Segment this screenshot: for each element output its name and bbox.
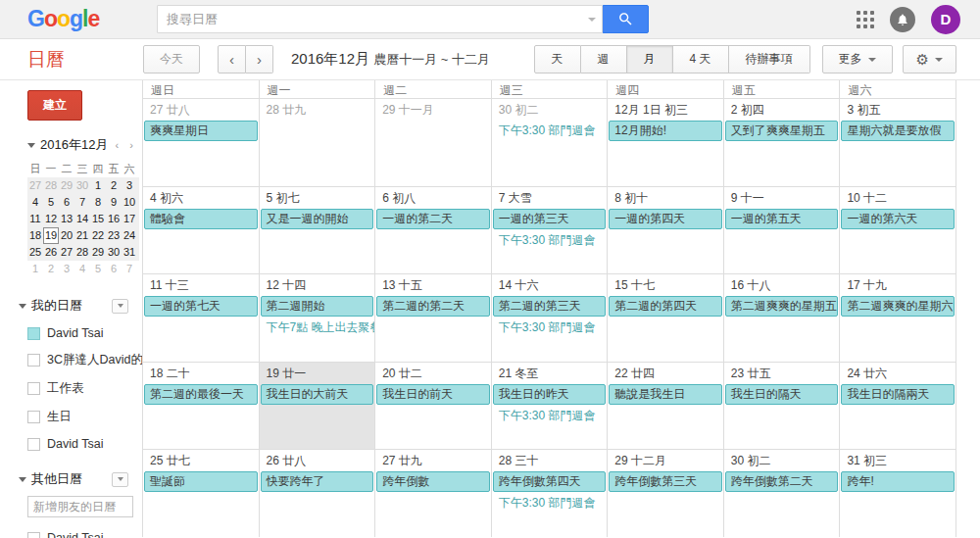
- all-day-event[interactable]: 我生日的隔天: [725, 384, 839, 405]
- mini-calendar-day[interactable]: 21: [74, 227, 90, 244]
- calendar-list-item[interactable]: David Tsai: [27, 326, 142, 340]
- day-cell[interactable]: 20 廿二我生日的前天: [375, 362, 492, 450]
- mini-calendar-day[interactable]: 3: [122, 177, 137, 194]
- mini-calendar-day[interactable]: 20: [59, 227, 74, 244]
- calendar-list-item[interactable]: David Tsai: [27, 531, 142, 538]
- day-cell[interactable]: 23 廿五我生日的隔天: [724, 362, 841, 450]
- day-cell[interactable]: 10 十二一週的第六天: [840, 186, 956, 274]
- create-event-button[interactable]: 建立: [27, 90, 82, 121]
- mini-calendar-day[interactable]: 24: [122, 227, 137, 244]
- notifications-button[interactable]: [890, 7, 915, 32]
- mini-calendar-day[interactable]: 4: [74, 261, 90, 277]
- day-cell[interactable]: 27 廿八爽爽星期日: [143, 98, 260, 186]
- all-day-event[interactable]: 12月開始!: [609, 121, 722, 141]
- settings-button[interactable]: ⚙: [903, 45, 956, 73]
- all-day-event[interactable]: 第二週的第三天: [493, 296, 607, 317]
- mini-calendar-day[interactable]: 30: [74, 177, 90, 194]
- all-day-event[interactable]: 第二週開始: [261, 296, 374, 317]
- day-cell[interactable]: 18 二十第二週的最後一天: [143, 362, 260, 450]
- all-day-event[interactable]: 我生日的隔兩天: [841, 384, 955, 405]
- mini-calendar-day[interactable]: 14: [74, 211, 90, 227]
- mini-calendar-day[interactable]: 28: [74, 244, 90, 261]
- all-day-event[interactable]: 第二週的第四天: [609, 296, 722, 317]
- day-cell[interactable]: 29 十一月: [375, 98, 492, 186]
- all-day-event[interactable]: 星期六就是要放假: [841, 121, 955, 141]
- day-cell[interactable]: 28 三十跨年倒數第四天下午3:30 部門週會: [492, 449, 609, 537]
- day-cell[interactable]: 3 初五星期六就是要放假: [840, 98, 956, 186]
- today-button[interactable]: 今天: [143, 45, 200, 73]
- mini-calendar-day[interactable]: 6: [59, 194, 74, 211]
- all-day-event[interactable]: 體驗會: [144, 209, 258, 229]
- all-day-event[interactable]: 第二週的第二天: [376, 296, 490, 317]
- day-cell[interactable]: 25 廿七聖誕節: [143, 449, 260, 537]
- mini-calendar-day[interactable]: 30: [106, 244, 122, 261]
- other-calendars-menu-button[interactable]: [112, 472, 128, 487]
- mini-calendar-day[interactable]: 2: [106, 177, 122, 194]
- view-button-4 天[interactable]: 4 天: [673, 45, 729, 73]
- all-day-event[interactable]: 一週的第四天: [609, 209, 722, 229]
- day-cell[interactable]: 8 初十一週的第四天: [608, 186, 724, 274]
- avatar[interactable]: D: [931, 5, 960, 34]
- day-cell[interactable]: 2 初四又到了爽爽星期五: [724, 98, 841, 186]
- view-button-週[interactable]: 週: [581, 45, 627, 73]
- next-month-button[interactable]: ›: [246, 45, 273, 73]
- mini-calendar-day[interactable]: 6: [106, 261, 122, 277]
- mini-calendar-day[interactable]: 1: [27, 261, 43, 277]
- all-day-event[interactable]: 快要跨年了: [261, 471, 374, 492]
- mini-calendar-day[interactable]: 26: [43, 244, 59, 261]
- mini-calendar-day-today[interactable]: 19: [43, 227, 59, 244]
- day-cell[interactable]: 5 初七又是一週的開始: [260, 186, 376, 274]
- all-day-event[interactable]: 聽說是我生日: [609, 384, 722, 405]
- all-day-event[interactable]: 又是一週的開始: [261, 209, 374, 229]
- calendar-color-checkbox[interactable]: [27, 438, 40, 451]
- all-day-event[interactable]: 第二週爽爽的星期五: [725, 296, 839, 317]
- mini-calendar-day[interactable]: 27: [27, 177, 43, 194]
- day-cell[interactable]: 26 廿八快要跨年了: [260, 449, 376, 537]
- mini-calendar-day[interactable]: 29: [90, 244, 106, 261]
- day-cell[interactable]: 30 初二跨年倒數第二天: [724, 449, 841, 537]
- all-day-event[interactable]: 跨年!: [841, 471, 955, 492]
- calendar-list-item[interactable]: 3C胖達人David的日曆: [27, 352, 142, 368]
- search-input[interactable]: [157, 5, 603, 33]
- timed-event[interactable]: 下午3:30 部門週會: [492, 406, 608, 425]
- other-calendars-collapse-icon[interactable]: [19, 477, 26, 482]
- all-day-event[interactable]: 一週的第七天: [144, 296, 258, 317]
- mini-calendar-collapse-icon[interactable]: [27, 143, 35, 148]
- mini-calendar-day[interactable]: 31: [122, 244, 137, 261]
- all-day-event[interactable]: 我生日的昨天: [493, 384, 607, 405]
- mini-calendar-day[interactable]: 5: [90, 261, 106, 277]
- day-cell[interactable]: 22 廿四聽說是我生日: [608, 362, 724, 450]
- calendar-color-checkbox[interactable]: [27, 327, 40, 340]
- mini-calendar-day[interactable]: 17: [122, 211, 137, 227]
- mini-calendar-day[interactable]: 25: [27, 244, 43, 261]
- all-day-event[interactable]: 一週的第六天: [841, 209, 955, 229]
- all-day-event[interactable]: 我生日的前天: [376, 384, 490, 405]
- all-day-event[interactable]: 第二週爽爽的星期六: [841, 296, 955, 317]
- day-cell[interactable]: 6 初八一週的第二天: [375, 186, 492, 274]
- timed-event[interactable]: 下午3:30 部門週會: [492, 230, 608, 250]
- all-day-event[interactable]: 跨年倒數第四天: [493, 471, 607, 492]
- all-day-event[interactable]: 一週的第二天: [376, 209, 490, 229]
- all-day-event[interactable]: 跨年倒數: [376, 471, 490, 492]
- day-cell[interactable]: 30 初二下午3:30 部門週會: [492, 98, 609, 186]
- mini-calendar-day[interactable]: 7: [122, 261, 137, 277]
- all-day-event[interactable]: 第二週的最後一天: [144, 384, 258, 405]
- day-cell[interactable]: 28 廿九: [260, 98, 376, 186]
- mini-calendar-day[interactable]: 11: [27, 211, 43, 227]
- mini-calendar-day[interactable]: 7: [74, 194, 90, 211]
- view-button-月[interactable]: 月: [627, 45, 673, 73]
- all-day-event[interactable]: 跨年倒數第二天: [725, 471, 839, 492]
- mini-calendar-day[interactable]: 2: [43, 261, 59, 277]
- mini-calendar-day[interactable]: 13: [59, 211, 74, 227]
- all-day-event[interactable]: 我生日的大前天: [261, 384, 374, 405]
- add-friend-calendar-input[interactable]: [27, 496, 133, 517]
- timed-event[interactable]: 下午3:30 部門週會: [492, 121, 608, 140]
- day-cell[interactable]: 24 廿六我生日的隔兩天: [840, 362, 956, 450]
- mini-calendar-day[interactable]: 10: [122, 194, 137, 211]
- mini-calendar-day[interactable]: 27: [59, 244, 74, 261]
- mini-calendar-day[interactable]: 3: [59, 261, 74, 277]
- all-day-event[interactable]: 跨年倒數第三天: [609, 471, 722, 492]
- view-button-天[interactable]: 天: [534, 45, 581, 73]
- calendar-color-checkbox[interactable]: [27, 354, 40, 367]
- apps-grid-icon[interactable]: [857, 11, 874, 28]
